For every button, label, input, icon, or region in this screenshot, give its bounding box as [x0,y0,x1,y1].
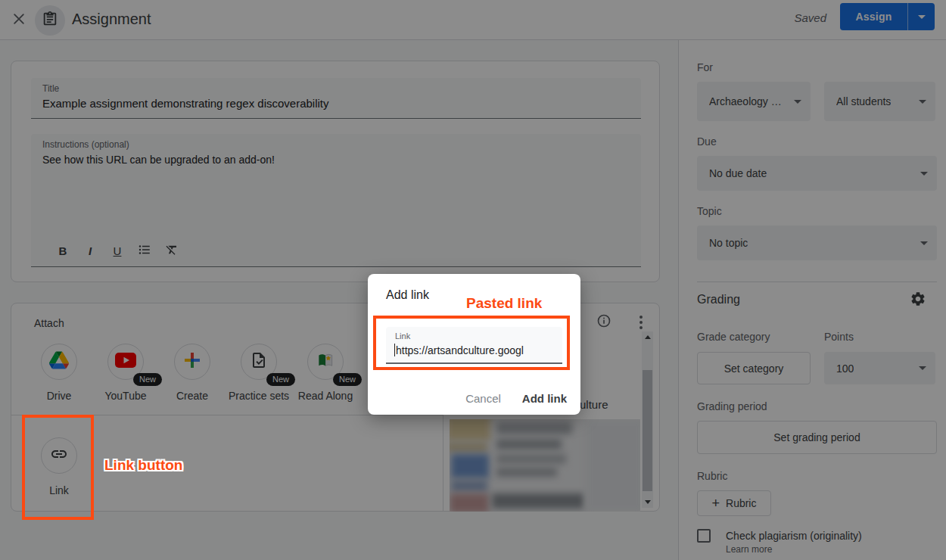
link-input-value: https://artsandculture.googl [394,344,524,356]
link-input[interactable]: Link https://artsandculture.googl [386,327,562,364]
add-link-dialog: Add link Link https://artsandculture.goo… [368,274,580,415]
dialog-actions: Cancel Add link [465,392,567,405]
dialog-title: Add link [386,288,429,302]
add-link-confirm-button[interactable]: Add link [522,392,567,405]
assignment-editor-window: Assignment Saved Assign Title Example as… [0,0,946,560]
link-input-label: Link [395,331,410,341]
text-cursor [394,344,395,356]
link-input-text: https://artsandculture.googl [396,344,524,356]
cancel-button[interactable]: Cancel [465,392,501,405]
